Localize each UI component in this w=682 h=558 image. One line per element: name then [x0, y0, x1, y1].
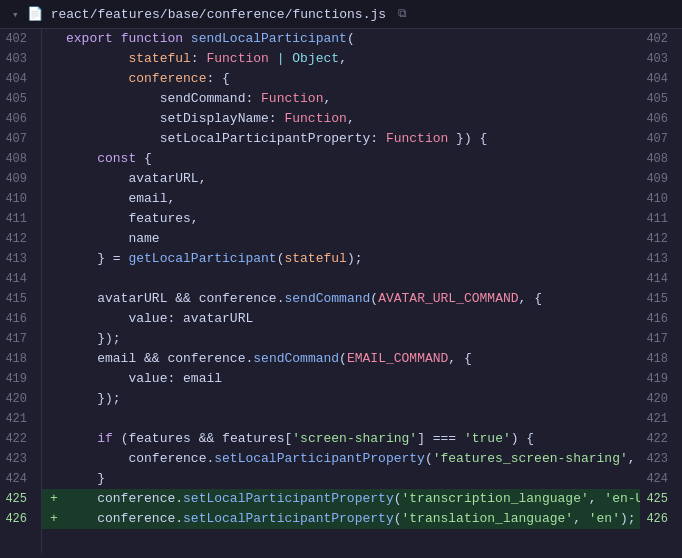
code-line: const {: [42, 149, 640, 169]
line-number-right: 410: [640, 189, 676, 209]
code-line: email && conference.sendCommand(EMAIL_CO…: [42, 349, 640, 369]
code-line: setLocalParticipantProperty: Function })…: [42, 129, 640, 149]
gutter-right: 4024034044054064074084094104114124134144…: [640, 29, 682, 553]
line-number-left: 410: [0, 189, 35, 209]
line-number-left: 409: [0, 169, 35, 189]
line-number-left: 407: [0, 129, 35, 149]
diff-marker: [50, 209, 66, 229]
diff-marker: [50, 269, 66, 289]
code-text: avatarURL && conference.sendCommand(AVAT…: [66, 289, 640, 309]
line-number-right: 412: [640, 229, 676, 249]
diff-marker: [50, 349, 66, 369]
line-number-right: 424: [640, 469, 676, 489]
line-number-left: 405: [0, 89, 35, 109]
code-line: value: email: [42, 369, 640, 389]
line-number-right: 414: [640, 269, 676, 289]
line-number-left: 419: [0, 369, 35, 389]
code-line: });: [42, 329, 640, 349]
line-number-right: 403: [640, 49, 676, 69]
code-text: if (features && features['screen-sharing…: [66, 429, 640, 449]
code-line: name: [42, 229, 640, 249]
diff-marker: [50, 409, 66, 429]
code-container: 4024034044054064074084094104114124134144…: [0, 29, 682, 553]
line-number-right: 409: [640, 169, 676, 189]
code-line: features,: [42, 209, 640, 229]
code-line: avatarURL && conference.sendCommand(AVAT…: [42, 289, 640, 309]
code-line: }: [42, 469, 640, 489]
diff-marker: [50, 309, 66, 329]
file-path: react/features/base/conference/functions…: [51, 7, 386, 22]
line-number-right: 415: [640, 289, 676, 309]
line-number-right: 420: [640, 389, 676, 409]
diff-marker: [50, 49, 66, 69]
diff-marker: [50, 229, 66, 249]
code-line: email,: [42, 189, 640, 209]
code-text: value: avatarURL: [66, 309, 640, 329]
line-number-left: 416: [0, 309, 35, 329]
code-text: }: [66, 469, 640, 489]
diff-marker: [50, 389, 66, 409]
code-text: conference: {: [66, 69, 640, 89]
code-text: export function sendLocalParticipant(: [66, 29, 640, 49]
line-number-left: 408: [0, 149, 35, 169]
line-number-left: 415: [0, 289, 35, 309]
code-line: conference.setLocalParticipantProperty('…: [42, 449, 640, 469]
code-line: setDisplayName: Function,: [42, 109, 640, 129]
file-header: ▾ 📄 react/features/base/conference/funct…: [0, 0, 682, 29]
code-line: } = getLocalParticipant(stateful);: [42, 249, 640, 269]
gutter-left: 4024034044054064074084094104114124134144…: [0, 29, 42, 553]
code-text: setLocalParticipantProperty: Function })…: [66, 129, 640, 149]
diff-marker: [50, 149, 66, 169]
code-lines: export function sendLocalParticipant( st…: [42, 29, 640, 553]
line-number-left: 404: [0, 69, 35, 89]
diff-marker: [50, 329, 66, 349]
line-number-left: 424: [0, 469, 35, 489]
line-number-right: 416: [640, 309, 676, 329]
diff-marker: [50, 369, 66, 389]
code-text: });: [66, 389, 640, 409]
line-number-right: 406: [640, 109, 676, 129]
file-icon: 📄: [27, 6, 43, 22]
diff-marker: [50, 449, 66, 469]
line-number-right: 421: [640, 409, 676, 429]
code-text: avatarURL,: [66, 169, 640, 189]
code-line: stateful: Function | Object,: [42, 49, 640, 69]
line-number-right: 426: [640, 509, 676, 529]
code-text: conference.setLocalParticipantProperty('…: [66, 449, 640, 469]
diff-marker: +: [50, 509, 66, 529]
code-line: export function sendLocalParticipant(: [42, 29, 640, 49]
diff-marker: [50, 189, 66, 209]
line-number-right: 423: [640, 449, 676, 469]
diff-marker: [50, 129, 66, 149]
code-text: const {: [66, 149, 640, 169]
code-text: conference.setLocalParticipantProperty('…: [66, 509, 640, 529]
diff-marker: [50, 109, 66, 129]
code-text: name: [66, 229, 640, 249]
line-number-right: 418: [640, 349, 676, 369]
code-line: sendCommand: Function,: [42, 89, 640, 109]
code-text: sendCommand: Function,: [66, 89, 640, 109]
line-number-left: 422: [0, 429, 35, 449]
line-number-left: 420: [0, 389, 35, 409]
diff-marker: [50, 169, 66, 189]
code-text: });: [66, 329, 640, 349]
code-line: [42, 409, 640, 429]
diff-marker: [50, 29, 66, 49]
code-text: } = getLocalParticipant(stateful);: [66, 249, 640, 269]
line-number-left: 423: [0, 449, 35, 469]
line-number-left: 403: [0, 49, 35, 69]
line-number-left: 411: [0, 209, 35, 229]
diff-marker: [50, 249, 66, 269]
line-number-right: 419: [640, 369, 676, 389]
copy-icon[interactable]: ⧉: [398, 7, 407, 21]
line-number-left: 418: [0, 349, 35, 369]
line-number-right: 405: [640, 89, 676, 109]
chevron-icon: ▾: [12, 8, 19, 21]
line-number-right: 425: [640, 489, 676, 509]
line-number-left: 425: [0, 489, 35, 509]
diff-marker: [50, 69, 66, 89]
line-number-right: 417: [640, 329, 676, 349]
code-line: avatarURL,: [42, 169, 640, 189]
line-number-left: 402: [0, 29, 35, 49]
line-number-left: 406: [0, 109, 35, 129]
